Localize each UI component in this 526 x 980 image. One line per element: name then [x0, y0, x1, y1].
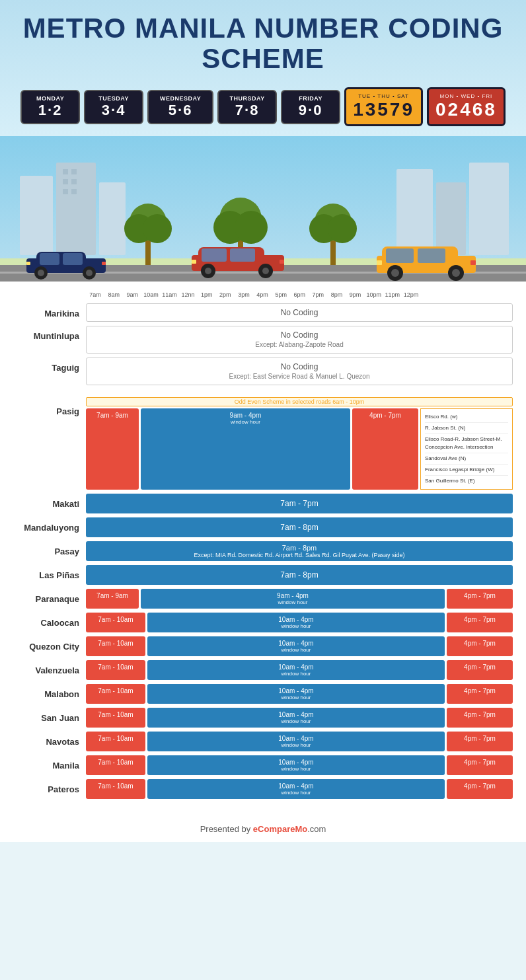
- row-caloocan: Caloocan 7am - 10am 10am - 4pmwindow hou…: [13, 613, 513, 632]
- city-muntinlupa-label: Muntinlupa: [13, 326, 86, 341]
- city-manila-content: 7am - 10am 10am - 4pmwindow hour 4pm - 7…: [86, 755, 513, 775]
- svg-rect-10: [71, 179, 77, 184]
- time-10am: 10am: [141, 291, 160, 298]
- malabon-bar-morning: 7am - 10am: [86, 684, 145, 704]
- svg-rect-42: [230, 248, 255, 262]
- plate-monday-number: 1·2: [28, 102, 72, 119]
- svg-point-24: [235, 211, 268, 244]
- plate-odd-number: 13579: [353, 99, 414, 120]
- city-malabon-label: Malabon: [13, 684, 86, 699]
- manila-bar-midday: 10am - 4pmwindow hour: [147, 755, 445, 775]
- footer-brand: eCompareMo: [253, 824, 307, 834]
- pasay-subtext: Except: MIA Rd. Domestic Rd. Airport Rd.…: [93, 552, 506, 558]
- pasay-bar: 7am - 8pm Except: MIA Rd. Domestic Rd. A…: [86, 541, 513, 561]
- paranaque-bars: 7am - 9am 9am - 4pmwindow hour 4pm - 7pm: [86, 589, 513, 609]
- time-3pm: 3pm: [235, 291, 253, 298]
- manila-bar-evening: 4pm - 7pm: [447, 755, 513, 775]
- city-laspinas-label: Las Piñas: [13, 565, 86, 580]
- page-wrapper: Metro Manila Number Coding Scheme MONDAY…: [0, 0, 526, 842]
- muntinlupa-subtext: Except: Alabang-Zapote Road: [255, 341, 343, 348]
- time-7pm: 7pm: [309, 291, 327, 298]
- manila-bar-morning: 7am - 10am: [86, 755, 145, 775]
- city-scene: [0, 136, 526, 282]
- muntinlupa-text: No Coding: [281, 330, 319, 340]
- quezon-bar-morning: 7am - 10am: [86, 636, 145, 656]
- svg-rect-51: [386, 248, 414, 263]
- schedule-section: 7am 8am 9am 10am 11am 12nn 1pm 2pm 3pm 4…: [0, 282, 526, 816]
- svg-rect-37: [26, 262, 30, 265]
- svg-rect-1: [20, 176, 53, 255]
- row-pateros: Pateros 7am - 10am 10am - 4pmwindow hour…: [13, 779, 513, 799]
- caloocan-bar-evening: 4pm - 7pm: [447, 613, 513, 632]
- plate-thursday-day: THURSDAY: [225, 95, 269, 102]
- city-sanjuan-content: 7am - 10am 10am - 4pmwindow hour 4pm - 7…: [86, 708, 513, 728]
- row-mandaluyong: Mandaluyong 7am - 8pm: [13, 517, 513, 537]
- taguig-subtext: Except: East Service Road & Manuel L. Qu…: [229, 373, 370, 380]
- plate-wednesday-day: WEDNESDAY: [155, 95, 206, 102]
- svg-rect-41: [202, 248, 227, 262]
- page-title: Metro Manila Number Coding Scheme: [13, 13, 513, 74]
- manila-bars: 7am - 10am 10am - 4pmwindow hour 4pm - 7…: [86, 755, 513, 775]
- sanjuan-bars: 7am - 10am 10am - 4pmwindow hour 4pm - 7…: [86, 708, 513, 728]
- row-taguig: Taguig No Coding Except: East Service Ro…: [13, 358, 513, 385]
- row-marikina: Marikina No Coding: [13, 303, 513, 322]
- caloocan-bars: 7am - 10am 10am - 4pmwindow hour 4pm - 7…: [86, 613, 513, 632]
- marikina-text: No Coding: [281, 308, 319, 317]
- row-navotas: Navotas 7am - 10am 10am - 4pmwindow hour…: [13, 732, 513, 751]
- svg-point-54: [391, 269, 399, 277]
- valenzuela-bars: 7am - 10am 10am - 4pmwindow hour 4pm - 7…: [86, 660, 513, 680]
- plate-even-number: 02468: [435, 99, 497, 120]
- pasig-bar-morning: 7am - 9am: [86, 408, 139, 490]
- city-laspinas-content: 7am - 8pm: [86, 565, 513, 585]
- sanjuan-bar-midday: 10am - 4pmwindow hour: [147, 708, 445, 728]
- plate-odd-day: TUE • THU • SAT: [353, 93, 414, 99]
- valenzuela-bar-evening: 4pm - 7pm: [447, 660, 513, 680]
- city-makati-content: 7am - 7pm: [86, 494, 513, 513]
- svg-rect-38: [102, 262, 106, 265]
- pateros-bar-morning: 7am - 10am: [86, 779, 145, 799]
- svg-rect-2: [56, 163, 96, 255]
- row-laspinas: Las Piñas 7am - 8pm: [13, 565, 513, 585]
- pasig-note-1: Elisco Rd. (w): [425, 412, 508, 423]
- time-8pm: 8pm: [327, 291, 346, 298]
- plate-monday: MONDAY 1·2: [20, 90, 80, 124]
- time-header: 7am 8am 9am 10am 11am 12nn 1pm 2pm 3pm 4…: [86, 291, 513, 298]
- city-mandaluyong-label: Mandaluyong: [13, 517, 86, 533]
- footer: Presented by eCompareMo.com: [0, 816, 526, 842]
- time-4pm: 4pm: [253, 291, 272, 298]
- city-caloocan-label: Caloocan: [13, 613, 86, 628]
- time-12pm: 12pm: [402, 291, 420, 298]
- city-quezon-content: 7am - 10am 10am - 4pmwindow hour 4pm - 7…: [86, 636, 513, 656]
- plate-friday-day: FRIDAY: [289, 95, 332, 102]
- time-8am: 8am: [104, 291, 123, 298]
- row-makati: Makati 7am - 7pm: [13, 494, 513, 513]
- svg-rect-58: [470, 260, 476, 265]
- city-navotas-label: Navotas: [13, 732, 86, 747]
- pasig-bar-evening: 4pm - 7pm: [352, 408, 418, 490]
- row-manila: Manila 7am - 10am 10am - 4pmwindow hour …: [13, 755, 513, 775]
- valenzuela-bar-morning: 7am - 10am: [86, 660, 145, 680]
- svg-point-44: [205, 268, 211, 274]
- footer-suffix: .com: [307, 824, 326, 834]
- city-pasig-label: Pasig: [13, 397, 86, 416]
- city-valenzuela-label: Valenzuela: [13, 660, 86, 675]
- header: Metro Manila Number Coding Scheme: [0, 0, 526, 81]
- time-12nn: 12nn: [179, 291, 198, 298]
- pasig-bar-midday: 9am - 4pmwindow hour: [141, 408, 350, 490]
- malabon-bar-midday: 10am - 4pmwindow hour: [147, 684, 445, 704]
- footer-prefix: Presented by: [200, 824, 253, 834]
- plate-tuesday-number: 3·4: [92, 102, 135, 119]
- svg-point-34: [38, 270, 44, 276]
- mandaluyong-bar: 7am - 8pm: [86, 517, 513, 537]
- svg-point-56: [452, 269, 460, 277]
- svg-rect-6: [469, 163, 509, 255]
- city-mandaluyong-content: 7am - 8pm: [86, 517, 513, 537]
- quezon-bar-midday: 10am - 4pmwindow hour: [147, 636, 445, 656]
- pasay-time: 7am - 8pm: [93, 544, 506, 552]
- plate-tuesday: TUESDAY 3·4: [84, 90, 143, 124]
- svg-rect-4: [396, 169, 433, 255]
- svg-rect-8: [71, 169, 77, 174]
- svg-rect-48: [280, 260, 284, 264]
- pasig-bars: 7am - 9am 9am - 4pmwindow hour 4pm - 7pm…: [86, 408, 513, 490]
- valenzuela-bar-midday: 10am - 4pmwindow hour: [147, 660, 445, 680]
